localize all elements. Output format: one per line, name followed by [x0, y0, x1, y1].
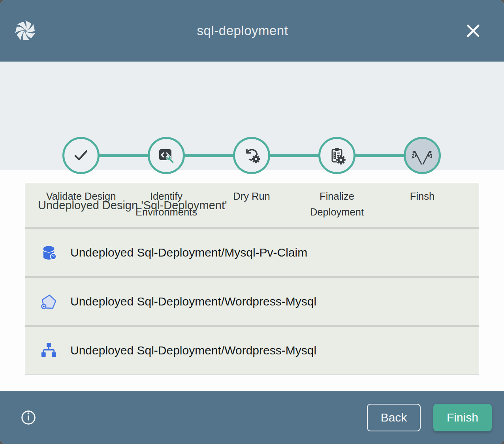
back-button[interactable]: Back: [367, 404, 421, 431]
close-icon: [465, 22, 482, 39]
step-circle-finalize: [318, 137, 355, 174]
check-icon: [71, 146, 90, 165]
step-label: Finalize Deployment: [297, 188, 376, 220]
step-identify-environments: Identify Environments: [124, 137, 209, 220]
step-dry-run: Dry Run: [209, 137, 294, 220]
step-label: Identify Environments: [127, 188, 206, 220]
clipboard-gear-icon: [327, 146, 346, 165]
result-text: Undeployed Sql-Deployment/Wordpress-Mysq…: [70, 344, 316, 357]
info-icon: [21, 410, 36, 425]
result-text: Undeployed Sql-Deployment/Wordpress-Mysq…: [70, 295, 316, 308]
modal-header: sql-deployment: [0, 0, 504, 62]
step-circle-finish: [404, 137, 441, 174]
step-label: Validate Design: [46, 188, 116, 204]
step-circle-environments: [148, 137, 185, 174]
result-row-mysql-pv-claim: ? Undeployed Sql-Deployment/Mysql-Pv-Cla…: [25, 227, 479, 276]
step-label: Dry Run: [233, 188, 270, 204]
step-circle-dry-run: [233, 137, 270, 174]
page-title: sql-deployment: [0, 23, 495, 38]
step-circle-validate: [62, 137, 100, 174]
code-wrench-icon: [157, 146, 176, 165]
result-text: Undeployed Sql-Deployment/Mysql-Pv-Claim: [70, 246, 307, 259]
deployment-wizard-modal: sql-deployment Validate Design: [0, 0, 504, 444]
database-icon: ?: [39, 244, 58, 262]
step-finish: Finsh: [380, 137, 465, 220]
result-row-wordpress-mysql-1: Undeployed Sql-Deployment/Wordpress-Mysq…: [25, 276, 479, 325]
finish-button[interactable]: Finish: [433, 404, 492, 431]
result-row-wordpress-mysql-2: Undeployed Sql-Deployment/Wordpress-Mysq…: [25, 325, 479, 374]
tree-icon: [39, 341, 58, 360]
close-button[interactable]: [465, 22, 482, 39]
step-finalize-deployment: Finalize Deployment: [294, 137, 380, 220]
step-validate-design: Validate Design: [38, 137, 124, 220]
modal-footer: Back Finish: [0, 391, 504, 444]
step-label: Finsh: [410, 188, 434, 204]
pentagon-icon: [39, 292, 58, 311]
deployment-stepper: Validate Design Identify Environments: [0, 62, 504, 170]
dry-run-gear-icon: [242, 146, 261, 165]
checkered-flags-icon: [412, 146, 432, 165]
info-button[interactable]: [21, 410, 36, 425]
svg-text:?: ?: [52, 254, 55, 259]
